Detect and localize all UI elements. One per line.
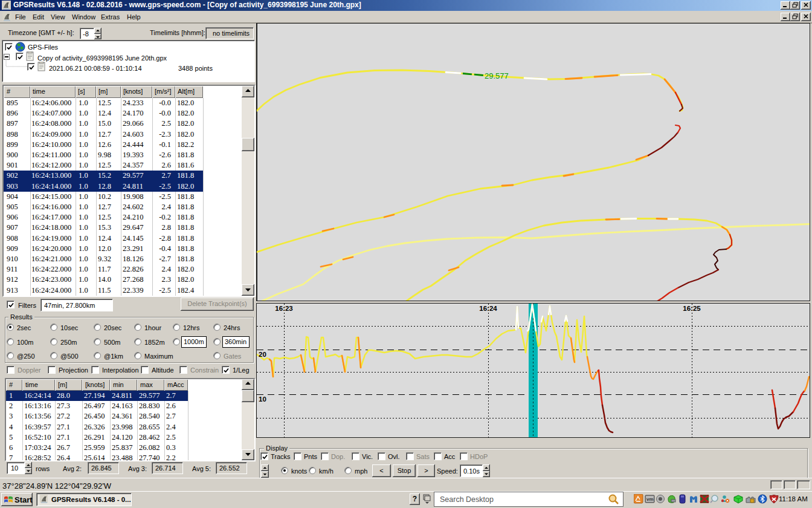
svg-text:20: 20 (259, 351, 266, 358)
svg-text:16:23: 16:23 (275, 305, 292, 312)
svg-text:16:25: 16:25 (683, 305, 701, 312)
svg-text:16:24: 16:24 (479, 305, 497, 312)
svg-text:vm: vm (646, 497, 654, 502)
svg-text:29.577: 29.577 (485, 71, 509, 80)
svg-text:10: 10 (259, 396, 266, 403)
